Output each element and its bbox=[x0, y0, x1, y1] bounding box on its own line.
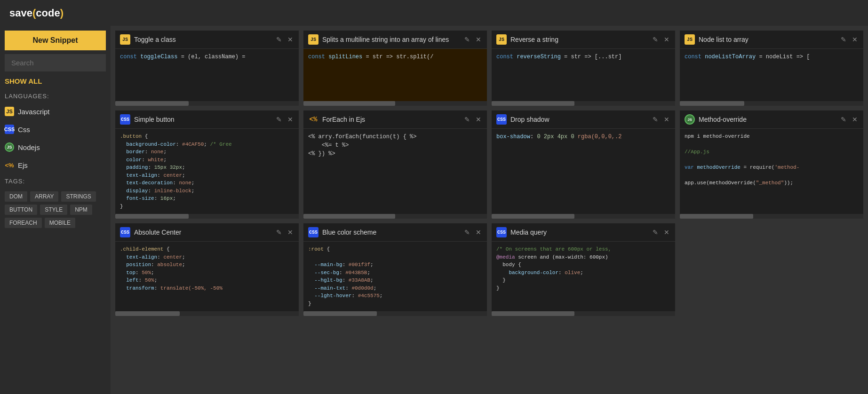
tag-array[interactable]: ARRAY bbox=[30, 191, 58, 202]
edit-button[interactable]: ✎ bbox=[652, 116, 659, 123]
tag-button[interactable]: BUTTON bbox=[5, 205, 37, 215]
close-button[interactable]: ✕ bbox=[287, 116, 294, 123]
close-button[interactable]: ✕ bbox=[663, 116, 670, 123]
tag-strings[interactable]: STRINGS bbox=[61, 191, 96, 202]
snippet-code: npm i method-override //App.js var metho… bbox=[680, 129, 863, 214]
tag-npm[interactable]: NPM bbox=[70, 205, 92, 215]
snippet-actions: ✎ ✕ bbox=[840, 116, 859, 123]
close-button[interactable]: ✕ bbox=[287, 36, 294, 43]
snippet-lang-icon-js: JS bbox=[120, 34, 130, 45]
snippet-scrollbar[interactable] bbox=[115, 214, 299, 219]
node-icon: JS bbox=[5, 142, 14, 152]
edit-button[interactable]: ✎ bbox=[463, 36, 471, 43]
snippet-header: CSS Drop shadow ✎ ✕ bbox=[492, 110, 675, 129]
close-button[interactable]: ✕ bbox=[851, 116, 859, 123]
sidebar-item-nodejs[interactable]: JS Nodejs bbox=[5, 140, 106, 154]
close-button[interactable]: ✕ bbox=[663, 36, 670, 43]
snippet-title-row: CSS Drop shadow bbox=[496, 114, 652, 125]
js-label: Javascript bbox=[18, 108, 50, 116]
snippet-card-blue-color: CSS Blue color scheme ✎ ✕ :root { --main… bbox=[303, 223, 487, 316]
snippet-title: Node list to array bbox=[699, 36, 749, 43]
edit-button[interactable]: ✎ bbox=[463, 229, 471, 236]
snippet-code: <% arry.forEach(function(t) { %> <%= t %… bbox=[303, 129, 487, 214]
snippet-title: Drop shadow bbox=[510, 116, 549, 123]
snippet-card-media-query: CSS Media query ✎ ✕ /* On screens that a… bbox=[492, 223, 675, 316]
sidebar-item-css[interactable]: CSS Css bbox=[5, 122, 106, 136]
sidebar-item-ejs[interactable]: <% Ejs bbox=[5, 158, 106, 172]
close-button[interactable]: ✕ bbox=[475, 229, 482, 236]
snippet-actions: ✎ ✕ bbox=[652, 36, 670, 43]
main-layout: New Snippet SHOW ALL LANGUAGES: JS Javas… bbox=[0, 26, 868, 394]
snippet-scrollbar[interactable] bbox=[115, 311, 299, 316]
snippet-scrollbar[interactable] bbox=[115, 101, 299, 106]
tag-dom[interactable]: DOM bbox=[5, 191, 27, 202]
snippet-lang-icon-css: CSS bbox=[120, 114, 130, 125]
edit-button[interactable]: ✎ bbox=[275, 229, 283, 236]
snippet-card-method-override: JS Method-override ✎ ✕ npm i method-over… bbox=[680, 110, 863, 219]
snippet-card-toggle-class: JS Toggle a class ✎ ✕ const toggleClass … bbox=[115, 31, 299, 106]
snippet-scrollbar[interactable] bbox=[303, 214, 487, 219]
snippet-code: .button { background-color: #4CAF50; /* … bbox=[115, 129, 299, 214]
snippet-header: CSS Blue color scheme ✎ ✕ bbox=[303, 223, 487, 242]
edit-button[interactable]: ✎ bbox=[652, 36, 659, 43]
snippet-card-absolute-center: CSS Absolute Center ✎ ✕ .child-element {… bbox=[115, 223, 299, 316]
snippet-header: CSS Absolute Center ✎ ✕ bbox=[115, 223, 299, 242]
snippet-actions: ✎ ✕ bbox=[652, 229, 670, 236]
close-button[interactable]: ✕ bbox=[287, 229, 294, 236]
snippet-scrollbar[interactable] bbox=[492, 311, 675, 316]
close-button[interactable]: ✕ bbox=[475, 116, 482, 123]
snippet-lang-icon-ejs: <% bbox=[308, 114, 319, 125]
snippet-scrollbar[interactable] bbox=[303, 101, 487, 106]
close-button[interactable]: ✕ bbox=[475, 36, 482, 43]
snippet-actions: ✎ ✕ bbox=[275, 229, 294, 236]
snippet-scrollbar[interactable] bbox=[303, 311, 487, 316]
sidebar-item-javascript[interactable]: JS Javascript bbox=[5, 104, 106, 118]
snippet-actions: ✎ ✕ bbox=[840, 36, 859, 43]
show-all-link[interactable]: SHOW ALL bbox=[5, 75, 106, 87]
tag-style[interactable]: STYLE bbox=[40, 205, 67, 215]
tag-foreach[interactable]: FOREACH bbox=[5, 218, 42, 228]
new-snippet-button[interactable]: New Snippet bbox=[5, 31, 106, 50]
snippet-actions: ✎ ✕ bbox=[463, 36, 482, 43]
snippet-actions: ✎ ✕ bbox=[275, 36, 294, 43]
snippet-code: box-shadow: 0 2px 4px 0 rgba(0,0,0,.2 bbox=[492, 129, 675, 214]
snippet-header: JS Node list to array ✎ ✕ bbox=[680, 31, 863, 49]
close-button[interactable]: ✕ bbox=[663, 229, 670, 236]
languages-label: LANGUAGES: bbox=[5, 91, 106, 101]
snippet-title: Media query bbox=[510, 229, 547, 236]
css-label: Css bbox=[18, 126, 30, 134]
snippet-actions: ✎ ✕ bbox=[463, 229, 482, 236]
snippet-code: const nodeListToArray = nodeList => [ bbox=[680, 49, 863, 101]
node-label: Nodejs bbox=[18, 143, 40, 151]
tags-section: DOM ARRAY STRINGS BUTTON STYLE NPM FOREA… bbox=[5, 191, 106, 228]
close-button[interactable]: ✕ bbox=[851, 36, 859, 43]
snippet-code: const reverseString = str => [...str] bbox=[492, 49, 675, 101]
tag-mobile[interactable]: MOBILE bbox=[45, 218, 75, 228]
snippet-actions: ✎ ✕ bbox=[652, 116, 670, 123]
snippet-lang-icon-css: CSS bbox=[120, 227, 130, 237]
edit-button[interactable]: ✎ bbox=[275, 116, 283, 123]
snippet-title-row: CSS Blue color scheme bbox=[308, 227, 463, 237]
snippet-card-splits-multiline: JS Splits a multiline string into an arr… bbox=[303, 31, 487, 106]
edit-button[interactable]: ✎ bbox=[652, 229, 659, 236]
snippet-scrollbar[interactable] bbox=[680, 101, 863, 106]
snippet-scrollbar[interactable] bbox=[680, 214, 863, 219]
edit-button[interactable]: ✎ bbox=[275, 36, 283, 43]
snippet-title: ForEach in Ejs bbox=[322, 116, 365, 123]
edit-button[interactable]: ✎ bbox=[463, 116, 471, 123]
snippet-title: Toggle a class bbox=[134, 36, 176, 43]
js-icon: JS bbox=[5, 107, 14, 116]
snippet-header: JS Splits a multiline string into an arr… bbox=[303, 31, 487, 49]
edit-button[interactable]: ✎ bbox=[840, 116, 847, 123]
tags-label: TAGS: bbox=[5, 176, 106, 186]
snippet-scrollbar[interactable] bbox=[492, 214, 675, 219]
snippet-card-simple-button: CSS Simple button ✎ ✕ .button { backgrou… bbox=[115, 110, 299, 219]
snippet-header: CSS Media query ✎ ✕ bbox=[492, 223, 675, 242]
snippet-title: Method-override bbox=[699, 116, 747, 123]
sidebar: New Snippet SHOW ALL LANGUAGES: JS Javas… bbox=[0, 26, 111, 394]
edit-button[interactable]: ✎ bbox=[840, 36, 847, 43]
search-input[interactable] bbox=[5, 54, 106, 71]
header: save(code) bbox=[0, 0, 868, 26]
snippet-title-row: JS Splits a multiline string into an arr… bbox=[308, 34, 463, 45]
snippet-scrollbar[interactable] bbox=[492, 101, 675, 106]
